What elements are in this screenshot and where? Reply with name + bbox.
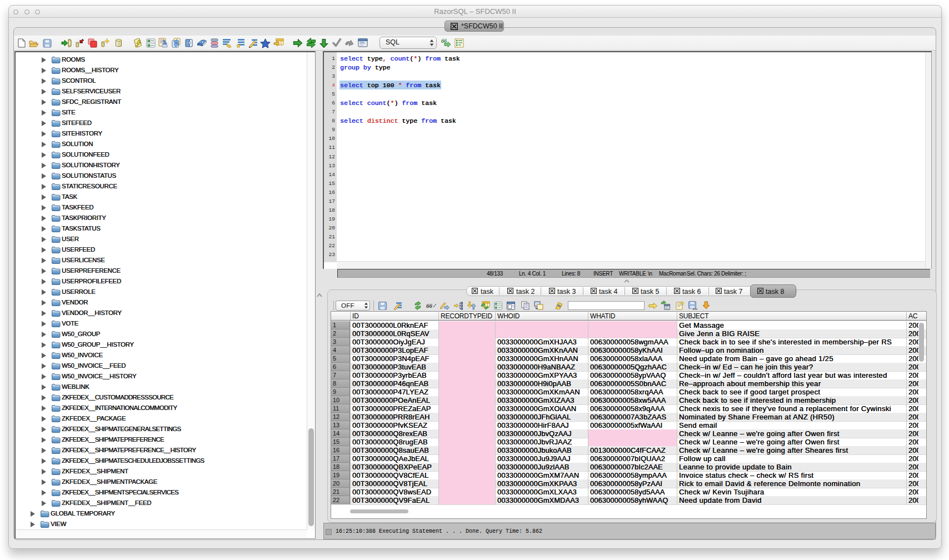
svg-text:66: 66 bbox=[441, 38, 447, 44]
svg-text:66: 66 bbox=[426, 303, 433, 308]
